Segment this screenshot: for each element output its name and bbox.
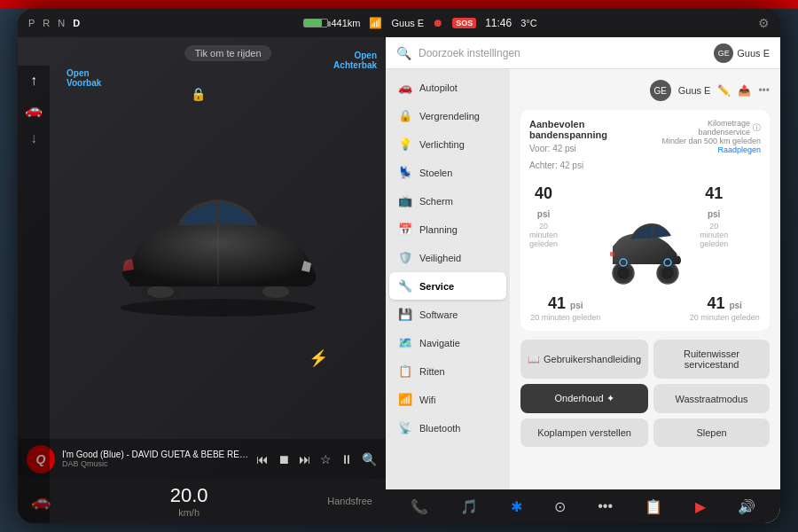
more-icon[interactable]: ••• bbox=[758, 84, 770, 97]
phone-icon[interactable]: 📞 bbox=[411, 498, 428, 515]
tire-readings-left: 40 psi 20 minuten geleden bbox=[529, 184, 591, 291]
like-button[interactable]: ☆ bbox=[320, 452, 332, 466]
wasstraat-button[interactable]: Wasstraatmodus bbox=[653, 384, 770, 413]
tire-readings-right: 41 psi 20 minuten geleden bbox=[700, 184, 761, 291]
charging-icon: ⚡ bbox=[309, 348, 328, 368]
svg-rect-10 bbox=[677, 252, 681, 256]
tire-pressure-section: Aanbevolen bandenspanning Voor: 42 psi A… bbox=[520, 110, 770, 331]
search-input[interactable]: Doorzoek instellingen bbox=[419, 47, 707, 59]
tap-to-drive-label[interactable]: Tik om te rijden bbox=[184, 45, 272, 61]
tire-rr-time: 20 minuten geleden bbox=[688, 313, 761, 322]
user-badge: GE Guus E bbox=[714, 43, 770, 63]
menu-item-verlichting[interactable]: 💡 Verlichting bbox=[389, 130, 506, 158]
bluetooth-label: Bluetooth bbox=[419, 423, 460, 434]
tire-rl-time: 20 minuten geleden bbox=[529, 313, 602, 322]
svg-point-0 bbox=[121, 299, 316, 317]
battery-indicator: 441km bbox=[303, 18, 360, 28]
tire-fr: 41 psi 20 minuten geleden bbox=[700, 184, 728, 291]
sidebar-car-icon[interactable]: 🚗 bbox=[25, 101, 43, 118]
menu-item-vergrendeling[interactable]: 🔒 Vergrendeling bbox=[389, 102, 506, 129]
onderhoud-button[interactable]: Onderhoud ✦ bbox=[520, 384, 648, 413]
wifi-label: Wifi bbox=[419, 395, 435, 405]
nav-icon: 🗺️ bbox=[398, 336, 412, 349]
ritten-label: Ritten bbox=[419, 366, 445, 377]
pressure-rear: Achter: 42 psi bbox=[529, 160, 659, 170]
signal-icon: 📶 bbox=[369, 17, 382, 29]
tire-bottom-readings: 41 psi 20 minuten geleden 41 psi 20 minu… bbox=[529, 294, 761, 322]
speed-unit: km/h bbox=[170, 507, 208, 518]
tire-fl: 40 psi 20 minuten geleden bbox=[529, 184, 558, 291]
menu-item-scherm[interactable]: 📺 Scherm bbox=[389, 187, 506, 215]
slepen-button[interactable]: Slepen bbox=[653, 419, 770, 447]
search-bar: 🔍 Doorzoek instellingen GE Guus E bbox=[386, 37, 780, 69]
eq-button[interactable]: ⏸ bbox=[340, 452, 353, 466]
menu-item-stoelen[interactable]: 💺 Stoelen bbox=[389, 159, 506, 186]
stoelen-label: Stoelen bbox=[419, 168, 452, 178]
status-center: 441km 📶 Guus E ⏺ SOS 11:46 3°C bbox=[303, 17, 536, 29]
dot-icon[interactable]: ⊙ bbox=[554, 498, 566, 515]
onderhoud-label: Onderhoud ✦ bbox=[554, 393, 614, 404]
bluetooth-icon: 📡 bbox=[398, 421, 412, 434]
menu-item-autopilot[interactable]: 🚗 Autopilot bbox=[389, 74, 506, 101]
menu-item-veiligheid[interactable]: 🛡️ Veiligheid bbox=[389, 244, 506, 271]
media-icon[interactable]: 📋 bbox=[645, 498, 662, 515]
user-label: Guus E bbox=[391, 18, 424, 28]
koplampen-button[interactable]: Koplampen verstellen bbox=[520, 419, 648, 447]
gear-indicator: P R N D bbox=[28, 18, 82, 28]
ruitenwisser-button[interactable]: Ruitenwisser servicestand bbox=[653, 340, 770, 379]
tire-fl-psi: 40 psi bbox=[529, 184, 558, 222]
bluetooth-taskbar-icon[interactable]: ✱ bbox=[511, 498, 522, 515]
sidebar-down-arrow[interactable]: ↓ bbox=[30, 130, 37, 146]
menu-item-bluetooth[interactable]: 📡 Bluetooth bbox=[389, 414, 506, 442]
status-bar: P R N D 441km 📶 Guus E ⏺ SOS 11:46 3°C ⚙ bbox=[18, 9, 780, 37]
wifi-icon: 📶 bbox=[398, 393, 412, 406]
car-visualization: Tik om te rijden Open Voorbak Open Achte… bbox=[18, 37, 386, 439]
share-icon[interactable]: 📤 bbox=[738, 84, 751, 97]
spotify-icon[interactable]: 🎵 bbox=[460, 498, 478, 515]
lock-menu-icon: 🔒 bbox=[398, 109, 412, 122]
ruitenwisser-label: Ruitenwisser servicestand bbox=[661, 348, 763, 370]
content-user-avatar: GE bbox=[650, 80, 671, 101]
more-taskbar-icon[interactable]: ••• bbox=[598, 498, 613, 514]
volume-icon[interactable]: 🔊 bbox=[738, 498, 755, 515]
sos-badge[interactable]: SOS bbox=[452, 18, 476, 28]
menu-item-service[interactable]: 🔧 Service bbox=[389, 272, 506, 300]
stop-button[interactable]: ⏹ bbox=[278, 452, 290, 466]
achterbak-label[interactable]: Open Achterbak bbox=[333, 51, 377, 70]
svg-point-9 bbox=[661, 267, 674, 279]
service-link[interactable]: Raadplegen bbox=[659, 145, 761, 154]
menu-item-planning[interactable]: 📅 Planning bbox=[389, 215, 506, 243]
status-left: P R N D bbox=[28, 18, 82, 28]
speed-value: 20.0 bbox=[170, 484, 208, 507]
battery-bar bbox=[303, 19, 328, 27]
mini-car-visual bbox=[599, 184, 691, 291]
settings-icon[interactable]: ⚙ bbox=[758, 16, 770, 30]
action-buttons: 📖 Gebruikershandleiding Ruitenwisser ser… bbox=[520, 340, 770, 447]
time-label: 11:46 bbox=[485, 17, 512, 29]
next-button[interactable]: ⏭ bbox=[299, 452, 311, 466]
gebruikershandleiding-label: Gebruikershandleiding bbox=[544, 354, 641, 364]
menu-item-ritten[interactable]: 📋 Ritten bbox=[389, 357, 506, 385]
edit-icon[interactable]: ✏️ bbox=[717, 84, 731, 97]
svg-point-4 bbox=[262, 286, 289, 298]
speed-display: 20.0 km/h bbox=[170, 484, 208, 518]
menu-item-wifi[interactable]: 📶 Wifi bbox=[389, 386, 506, 413]
search-button[interactable]: 🔍 bbox=[362, 452, 377, 466]
car-side-svg bbox=[606, 184, 685, 291]
svg-point-7 bbox=[617, 267, 630, 279]
settings-menu: 🚗 Autopilot 🔒 Vergrendeling 💡 Verlichtin… bbox=[386, 69, 510, 489]
music-bar: Q I'm Good (Blue) - DAVID GUETA & BEBE R… bbox=[18, 439, 386, 479]
battery-fill bbox=[304, 20, 322, 27]
content-user-header: GE Guus E ✏️ 📤 ••• bbox=[520, 80, 770, 101]
menu-item-software[interactable]: 💾 Software bbox=[389, 301, 506, 328]
menu-item-navigatie[interactable]: 🗺️ Navigatie bbox=[389, 329, 506, 356]
service-label: Service bbox=[419, 281, 454, 292]
prev-button[interactable]: ⏮ bbox=[256, 452, 269, 466]
record-taskbar-icon[interactable]: ▶ bbox=[695, 498, 706, 515]
voorbak-label[interactable]: Open Voorbak bbox=[66, 68, 101, 88]
sidebar-up-arrow[interactable]: ↑ bbox=[30, 73, 37, 89]
settings-content: GE Guus E ✏️ 📤 ••• Aanbevolen bandenspan… bbox=[510, 69, 780, 489]
shield-icon: 🛡️ bbox=[398, 251, 412, 264]
gebruikershandleiding-button[interactable]: 📖 Gebruikershandleiding bbox=[520, 340, 648, 379]
verlichting-label: Verlichting bbox=[419, 139, 465, 150]
